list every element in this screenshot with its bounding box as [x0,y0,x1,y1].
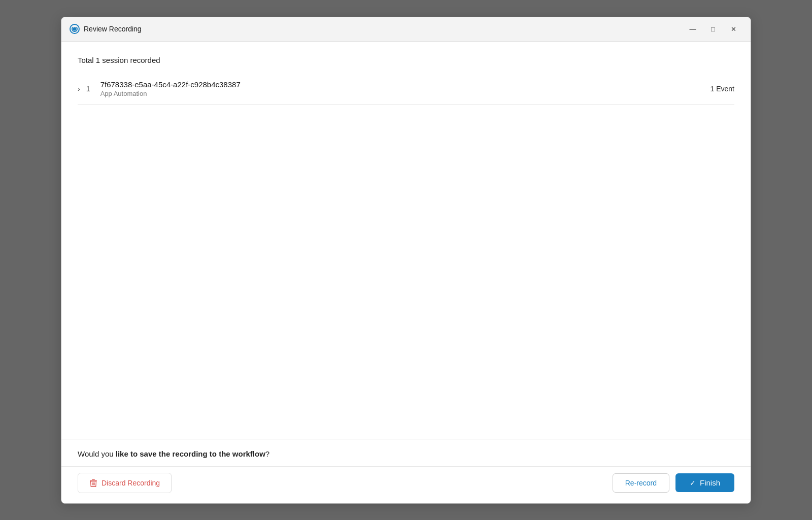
review-recording-window: Review Recording — □ ✕ Total 1 session r… [61,17,751,504]
discard-label: Discard Recording [101,479,160,487]
maximize-button[interactable]: □ [704,21,722,37]
trash-icon [89,478,97,488]
session-item: › 1 7f678338-e5aa-45c4-a22f-c928b4c38387… [78,73,734,105]
svg-rect-1 [92,479,95,480]
session-id: 7f678338-e5aa-45c4-a22f-c928b4c38387 [100,80,710,89]
main-content-area [61,105,751,439]
expand-arrow-icon[interactable]: › [78,85,80,93]
session-events: 1 Event [710,85,734,93]
save-question: Would you like to save the recording to … [61,439,751,466]
footer-section: Would you like to save the recording to … [61,439,751,503]
close-button[interactable]: ✕ [724,21,742,37]
session-info: Total 1 session recorded [61,42,751,73]
content-area: Total 1 session recorded › 1 7f678338-e5… [61,42,751,503]
session-count-label: Total 1 session recorded [78,56,160,64]
session-list: › 1 7f678338-e5aa-45c4-a22f-c928b4c38387… [61,73,751,105]
right-actions: Re-record ✓ Finish [613,473,734,493]
session-details: 7f678338-e5aa-45c4-a22f-c928b4c38387 App… [100,80,710,97]
window-title: Review Recording [84,25,142,33]
titlebar-left: Review Recording [70,24,142,34]
titlebar: Review Recording — □ ✕ [61,17,751,42]
session-type: App Automation [100,90,710,97]
app-icon [70,24,80,34]
discard-recording-button[interactable]: Discard Recording [78,473,172,493]
finish-label: Finish [700,478,720,487]
action-bar: Discard Recording Re-record ✓ Finish [61,466,751,503]
session-number: 1 [86,85,92,93]
minimize-button[interactable]: — [684,21,702,37]
titlebar-controls: — □ ✕ [684,21,742,37]
rerecord-button[interactable]: Re-record [613,473,669,493]
finish-button[interactable]: ✓ Finish [675,473,734,492]
check-icon: ✓ [690,479,696,487]
